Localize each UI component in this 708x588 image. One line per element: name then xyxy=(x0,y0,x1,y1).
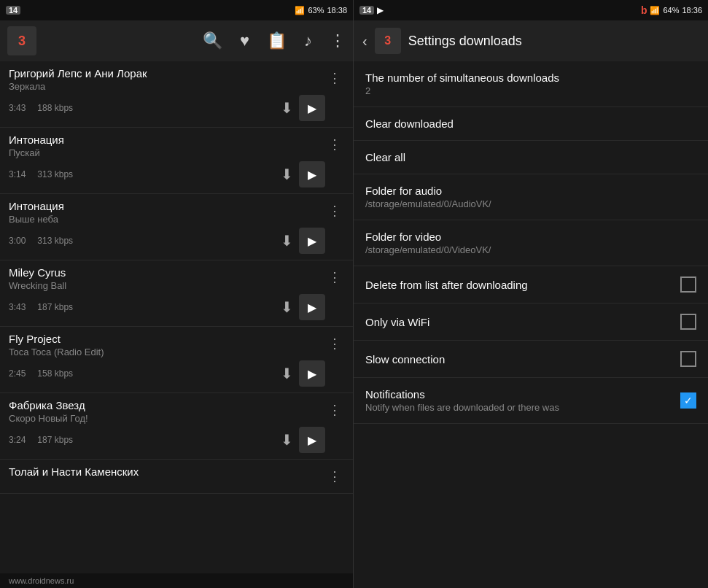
setting-item-simultaneous-downloads[interactable]: The number of simultaneous downloads 2 xyxy=(354,61,708,107)
setting-item-folder-audio[interactable]: Folder for audio /storage/emulated/0/Aud… xyxy=(354,174,708,220)
song-title: Toca Toca (Radio Edit) xyxy=(9,347,325,357)
play-button[interactable]: ▶ xyxy=(299,161,325,187)
more-options-icon[interactable]: ⋮ xyxy=(325,399,344,453)
setting-item-clear-downloaded[interactable]: Clear downloaded xyxy=(354,107,708,141)
setting-value: Notify when files are downloaded or ther… xyxy=(365,402,680,413)
setting-label: Only via WiFi xyxy=(365,316,680,328)
notification-badge-right: 14 xyxy=(359,6,374,15)
download-icon[interactable]: ⬇ xyxy=(281,166,293,183)
play-button[interactable]: ▶ xyxy=(299,360,325,387)
song-artist: Интонация xyxy=(9,134,325,146)
settings-title: Settings downloads xyxy=(408,34,522,49)
song-duration: 3:43 xyxy=(9,302,26,312)
setting-item-delete-from-list[interactable]: Delete from list after downloading xyxy=(354,266,708,303)
app-logo-left[interactable]: 3 xyxy=(7,26,36,55)
setting-content: The number of simultaneous downloads 2 xyxy=(365,71,696,96)
music-icon[interactable]: ♪ xyxy=(304,31,312,50)
more-icon-toolbar[interactable]: ⋮ xyxy=(330,31,346,50)
song-meta: 3:43 188 kbps ⬇ ▶ xyxy=(9,95,325,121)
song-actions: ⬇ ▶ xyxy=(281,228,325,254)
song-title: Выше неба xyxy=(9,214,325,225)
song-list[interactable]: Григорий Лепс и Ани Лорак Зеркала 3:43 1… xyxy=(0,61,353,573)
list-item[interactable]: Интонация Пускай 3:14 313 kbps ⬇ ▶ ⋮ xyxy=(0,128,353,194)
list-item[interactable]: Григорий Лепс и Ани Лорак Зеркала 3:43 1… xyxy=(0,61,353,128)
back-button[interactable]: ‹ xyxy=(362,33,367,50)
song-artist: Фабрика Звезд xyxy=(9,399,325,411)
time-left: 18:38 xyxy=(327,6,347,15)
setting-item-wifi-only[interactable]: Only via WiFi xyxy=(354,303,708,341)
checkbox-notifications[interactable] xyxy=(680,392,696,409)
song-meta: 2:45 158 kbps ⬇ ▶ xyxy=(9,360,325,387)
setting-content: Only via WiFi xyxy=(365,316,680,328)
more-options-icon[interactable]: ⋮ xyxy=(325,67,344,121)
setting-content: Folder for video /storage/emulated/0/Vid… xyxy=(365,231,696,255)
battery-percent-right: 64% xyxy=(663,6,679,15)
setting-label: The number of simultaneous downloads xyxy=(365,71,696,84)
setting-label: Notifications xyxy=(365,388,680,401)
more-options-icon[interactable]: ⋮ xyxy=(325,333,344,387)
list-item[interactable]: Фабрика Звезд Скоро Новый Год! 3:24 187 … xyxy=(0,393,353,460)
more-options-icon[interactable]: ⋮ xyxy=(325,266,344,320)
more-options-icon[interactable]: ⋮ xyxy=(325,134,344,187)
song-bitrate: 158 kbps xyxy=(37,368,73,379)
download-icon[interactable]: ⬇ xyxy=(281,298,293,316)
song-info: Интонация Выше неба 3:00 313 kbps ⬇ ▶ xyxy=(9,200,325,254)
play-button[interactable]: ▶ xyxy=(299,294,325,320)
status-left-info: 14 xyxy=(6,6,20,15)
status-right-left-info: 14 ▶ xyxy=(359,5,384,15)
notification-badge-left: 14 xyxy=(6,6,20,15)
song-info: Толай и Насти Каменских xyxy=(9,465,325,487)
watermark: www.droidnews.ru xyxy=(0,573,353,588)
song-artist: Fly Project xyxy=(9,333,325,345)
search-icon[interactable]: 🔍 xyxy=(203,31,222,50)
song-duration: 3:14 xyxy=(9,169,26,179)
play-button[interactable]: ▶ xyxy=(299,427,325,453)
setting-value: /storage/emulated/0/AudioVK/ xyxy=(365,198,696,209)
app-logo-right: 3 xyxy=(375,28,401,54)
song-bitrate: 313 kbps xyxy=(37,236,73,246)
status-bar-left: 14 📶 63% 18:38 xyxy=(0,0,353,20)
left-panel: 14 📶 63% 18:38 3 🔍 ♥ 📋 ♪ ⋮ Григорий Лепс… xyxy=(0,0,354,588)
play-button[interactable]: ▶ xyxy=(299,95,325,121)
heart-icon[interactable]: ♥ xyxy=(240,31,249,50)
setting-content: Slow connection xyxy=(365,353,680,365)
song-artist: Miley Cyrus xyxy=(9,266,325,279)
setting-label: Delete from list after downloading xyxy=(365,279,680,291)
checkbox-wifi-only[interactable] xyxy=(680,314,696,330)
setting-item-folder-video[interactable]: Folder for video /storage/emulated/0/Vid… xyxy=(354,220,708,266)
setting-value: /storage/emulated/0/VideoVK/ xyxy=(365,244,696,255)
song-actions: ⬇ ▶ xyxy=(281,360,325,387)
list-item[interactable]: Толай и Насти Каменских ⋮ xyxy=(0,460,353,494)
download-icon[interactable]: ⬇ xyxy=(281,431,293,449)
play-button[interactable]: ▶ xyxy=(299,228,325,254)
song-artist: Толай и Насти Каменских xyxy=(9,465,325,478)
song-artist: Григорий Лепс и Ани Лорак xyxy=(9,67,325,80)
more-options-icon[interactable]: ⋮ xyxy=(325,200,344,254)
download-icon[interactable]: ⬇ xyxy=(281,232,293,249)
song-actions: ⬇ ▶ xyxy=(281,427,325,453)
status-bar-right: 14 ▶ b 📶 64% 18:36 xyxy=(354,0,708,20)
setting-item-clear-all[interactable]: Clear all xyxy=(354,141,708,174)
download-icon[interactable]: ⬇ xyxy=(281,99,293,117)
song-bitrate: 187 kbps xyxy=(37,435,73,445)
song-title: Wrecking Ball xyxy=(9,280,325,291)
song-info: Fly Project Toca Toca (Radio Edit) 2:45 … xyxy=(9,333,325,387)
checkbox-slow-connection[interactable] xyxy=(680,351,696,367)
toolbar-left: 3 🔍 ♥ 📋 ♪ ⋮ xyxy=(0,20,353,61)
setting-item-notifications[interactable]: Notifications Notify when files are down… xyxy=(354,378,708,424)
settings-list[interactable]: The number of simultaneous downloads 2 C… xyxy=(354,61,708,588)
download-icon[interactable]: ⬇ xyxy=(281,365,293,382)
song-info: Интонация Пускай 3:14 313 kbps ⬇ ▶ xyxy=(9,134,325,187)
list-item[interactable]: Fly Project Toca Toca (Radio Edit) 2:45 … xyxy=(0,327,353,393)
setting-label: Folder for audio xyxy=(365,185,696,197)
checkbox-delete-from-list[interactable] xyxy=(680,276,696,293)
save-icon[interactable]: 📋 xyxy=(267,31,287,50)
more-options-icon[interactable]: ⋮ xyxy=(325,465,344,487)
song-duration: 3:43 xyxy=(9,103,26,113)
right-panel: 14 ▶ b 📶 64% 18:36 ‹ 3 Settings download… xyxy=(354,0,708,588)
list-item[interactable]: Интонация Выше неба 3:00 313 kbps ⬇ ▶ ⋮ xyxy=(0,194,353,260)
list-item[interactable]: Miley Cyrus Wrecking Ball 3:43 187 kbps … xyxy=(0,260,353,327)
setting-item-slow-connection[interactable]: Slow connection xyxy=(354,341,708,378)
setting-value: 2 xyxy=(365,85,696,96)
song-meta: 3:24 187 kbps ⬇ ▶ xyxy=(9,427,325,453)
